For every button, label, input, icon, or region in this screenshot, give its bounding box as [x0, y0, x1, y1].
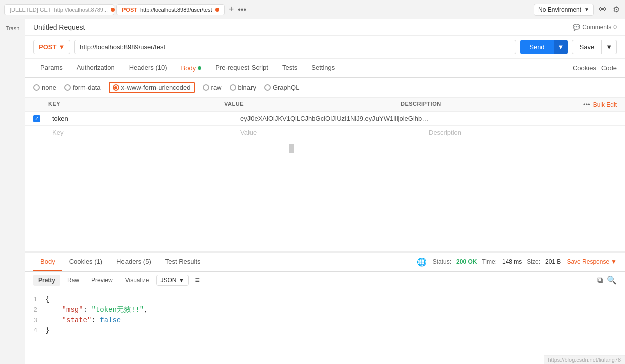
tab-deleted-method: [DELETED] GET [10, 7, 51, 13]
more-tabs-button[interactable]: ••• [238, 5, 246, 14]
top-right-controls: No Environment ▼ 👁 ⚙ [534, 4, 621, 16]
tab-deleted-get[interactable]: [DELETED] GET http://localhost:8789... [4, 4, 114, 15]
environment-selector[interactable]: No Environment ▼ [534, 4, 594, 16]
settings-icon-button[interactable]: ⚙ [612, 4, 621, 15]
env-label: No Environment [538, 6, 581, 13]
eye-icon-button[interactable]: 👁 [598, 4, 608, 15]
tab-deleted-url: http://localhost:8789... [54, 7, 108, 13]
add-tab-button[interactable]: + [227, 4, 236, 15]
top-tab-bar: [DELETED] GET http://localhost:8789... P… [0, 0, 625, 19]
tab-unsaved-dot [111, 8, 115, 12]
tab-unsaved-dot-2 [215, 8, 219, 12]
tab-post-user-test[interactable]: POST http://localhost:8989/user/test [116, 4, 225, 15]
tab-post-method: POST [122, 7, 137, 13]
tab-post-url: http://localhost:8989/user/test [140, 7, 212, 13]
env-chevron-icon: ▼ [584, 7, 589, 12]
